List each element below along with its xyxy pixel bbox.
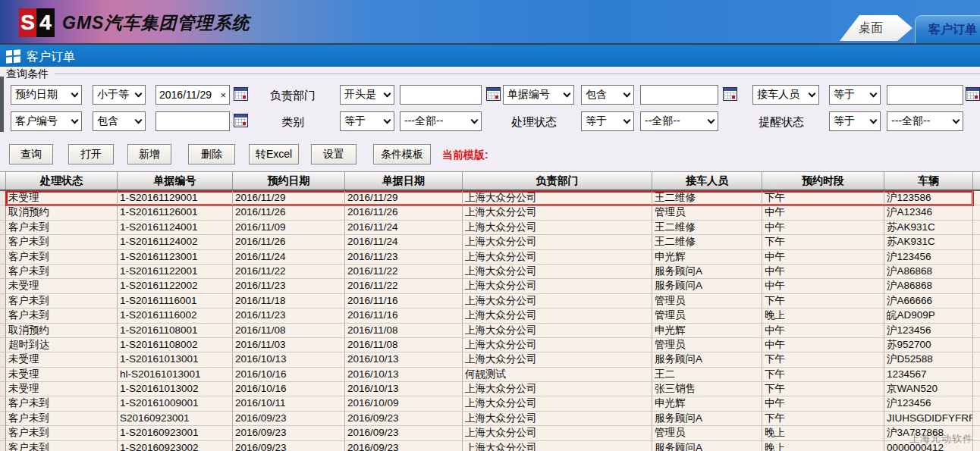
- row-selector[interactable]: [0, 191, 6, 205]
- row-selector[interactable]: [0, 426, 6, 440]
- table-cell: 客户未到: [6, 265, 118, 279]
- table-row[interactable]: 未受理hl-S201610130012016/10/162016/10/13何靓…: [0, 368, 980, 382]
- table-cell: 管理员: [652, 308, 762, 323]
- field-select-receiver[interactable]: 接车人员: [752, 85, 819, 105]
- settings-button[interactable]: 设置: [311, 144, 357, 164]
- table-row[interactable]: 客户未到1-S201610090012016/10/112016/10/09上海…: [0, 396, 980, 411]
- op-select-appoint-date[interactable]: 小于等: [93, 85, 146, 105]
- column-header[interactable]: 预约日期: [233, 172, 345, 189]
- column-header[interactable]: 负责部门: [463, 172, 652, 189]
- row-selector[interactable]: [0, 324, 6, 338]
- column-header[interactable]: 预约时段: [762, 172, 884, 189]
- new-button[interactable]: 新增: [127, 144, 171, 164]
- op-select-dept[interactable]: 开头是: [340, 85, 394, 105]
- calendar-icon[interactable]: [486, 87, 501, 101]
- condition-template-button[interactable]: 条件模板: [373, 144, 431, 164]
- table-cell: 取消预约: [6, 324, 118, 338]
- customer-no-input[interactable]: [155, 111, 230, 131]
- value-select-process-status[interactable]: --全部--: [640, 111, 718, 131]
- doc-no-input[interactable]: [640, 85, 718, 105]
- table-row[interactable]: 客户未到1-S201611160022016/11/232016/11/16上海…: [0, 308, 980, 323]
- field-select-doc-no[interactable]: 单据编号: [503, 85, 574, 105]
- table-row[interactable]: 客户未到S201609230012016/09/232016/09/23上海大众…: [0, 412, 980, 426]
- row-sliver: [973, 279, 980, 293]
- table-cell: 2016/11/03: [233, 338, 345, 352]
- row-selector[interactable]: [0, 221, 6, 235]
- op-select-customer-no[interactable]: 包含: [93, 111, 146, 131]
- calendar-icon[interactable]: [966, 87, 980, 101]
- table-cell: 服务顾问A: [652, 412, 762, 426]
- open-button[interactable]: 打开: [68, 144, 114, 164]
- value-select-remind-status[interactable]: ---全部--: [887, 111, 963, 131]
- table-cell: 2016/11/23: [345, 250, 463, 265]
- toolbar: 查询打开新增删除转Excel设置条件模板 当前模版:: [0, 141, 980, 171]
- table-cell: 2016/11/16: [345, 294, 463, 308]
- table-cell: 客户未到: [6, 396, 118, 411]
- row-selector[interactable]: [0, 265, 6, 279]
- table-cell: 服务顾问A: [652, 265, 762, 279]
- column-header[interactable]: 车辆: [884, 172, 973, 189]
- table-cell: 服务顾问A: [652, 352, 762, 367]
- row-selector[interactable]: [0, 368, 6, 382]
- app-window: S 4 GMS汽车集团管理系统 桌面 客户订单 客户订单 查询条件 预约日期 小…: [0, 0, 980, 451]
- calendar-icon[interactable]: [234, 114, 248, 127]
- table-row[interactable]: 客户未到1-S201611220012016/11/222016/11/22上海…: [0, 265, 980, 279]
- table-row[interactable]: 未受理1-S201611290012016/11/292016/11/29上海大…: [0, 191, 980, 205]
- column-header[interactable]: 接车人员: [652, 172, 762, 189]
- op-select-doc-no[interactable]: 包含: [581, 85, 634, 105]
- row-selector[interactable]: [0, 338, 6, 352]
- table-row[interactable]: 未受理1-S201611220022016/11/232016/11/22上海大…: [0, 279, 980, 293]
- row-selector[interactable]: [0, 308, 6, 323]
- row-selector[interactable]: [0, 250, 6, 265]
- grid-header-row: 处理状态单据编号预约日期单据日期负责部门接车人员预约时段车辆: [0, 171, 980, 191]
- table-cell: 1-S20161108001: [118, 324, 233, 338]
- query-button[interactable]: 查询: [9, 144, 53, 164]
- delete-button[interactable]: 删除: [188, 144, 235, 164]
- column-header[interactable]: 单据日期: [345, 172, 463, 189]
- table-cell: 未受理: [6, 382, 118, 396]
- table-row[interactable]: 客户未到1-S201611240012016/11/092016/11/24上海…: [0, 221, 980, 235]
- receiver-input[interactable]: [887, 85, 963, 105]
- table-row[interactable]: 超时到达1-S201611080022016/11/032016/11/08上海…: [0, 338, 980, 352]
- field-select-customer-no[interactable]: 客户编号: [11, 111, 82, 131]
- op-select-remind-status[interactable]: 等于: [829, 111, 881, 131]
- clear-x-icon[interactable]: ×: [220, 90, 226, 100]
- table-row[interactable]: 客户未到1-S201611160012016/11/182016/11/16上海…: [0, 294, 980, 308]
- dept-input[interactable]: [400, 85, 482, 105]
- to-excel-button[interactable]: 转Excel: [249, 144, 299, 164]
- table-row[interactable]: 取消预约1-S201611260012016/11/262016/11/26上海…: [0, 205, 980, 220]
- table-cell: 上海大众分公司: [463, 265, 652, 279]
- tab-desktop[interactable]: 桌面: [840, 15, 912, 41]
- row-selector[interactable]: [0, 205, 6, 220]
- table-cell: 2016/10/13: [345, 368, 463, 382]
- table-row[interactable]: 客户未到1-S201611230012016/11/242016/11/23上海…: [0, 250, 980, 265]
- op-select-process-status[interactable]: 等于: [581, 111, 634, 131]
- row-selector[interactable]: [0, 441, 6, 451]
- column-header[interactable]: 处理状态: [6, 172, 118, 189]
- table-cell: 2016/11/24: [345, 221, 463, 235]
- appoint-date-input[interactable]: 2016/11/29 ×: [155, 85, 230, 105]
- row-selector[interactable]: [0, 352, 6, 367]
- op-select-receiver[interactable]: 等于: [829, 85, 881, 105]
- calendar-icon[interactable]: [234, 87, 248, 101]
- field-select-appoint-date[interactable]: 预约日期: [11, 85, 82, 105]
- table-cell: 下午: [762, 412, 884, 426]
- row-selector[interactable]: [0, 235, 6, 249]
- table-cell: 2016/11/16: [345, 308, 463, 323]
- table-row[interactable]: 客户未到1-S201611240022016/11/262016/11/24上海…: [0, 235, 980, 249]
- table-row[interactable]: 客户未到1-S201609230022016/09/232016/09/23上海…: [0, 441, 980, 451]
- tab-customer-orders[interactable]: 客户订单: [915, 15, 980, 43]
- column-header[interactable]: 单据编号: [118, 172, 233, 189]
- value-select-category[interactable]: ---全部--: [400, 111, 482, 131]
- table-row[interactable]: 未受理1-S201610130022016/10/162016/10/13上海大…: [0, 382, 980, 396]
- table-row[interactable]: 未受理1-S201610130012016/10/132016/10/13上海大…: [0, 352, 980, 367]
- row-selector[interactable]: [0, 382, 6, 396]
- row-selector[interactable]: [0, 279, 6, 293]
- row-selector[interactable]: [0, 412, 6, 426]
- row-selector[interactable]: [0, 294, 6, 308]
- row-selector[interactable]: [0, 396, 6, 411]
- table-row[interactable]: 客户未到1-S201609230012016/09/232016/09/23上海…: [0, 426, 980, 440]
- calendar-icon[interactable]: [723, 87, 737, 101]
- table-row[interactable]: 取消预约1-S201611080012016/11/082016/11/08上海…: [0, 324, 980, 338]
- op-select-category[interactable]: 等于: [340, 111, 394, 131]
